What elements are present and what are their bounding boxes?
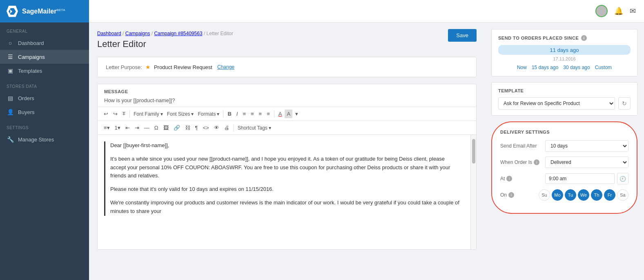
template-select[interactable]: Ask for Review on Specific Product Gener… [498,97,615,110]
sidebar-header: SageMailerBETA [0,0,89,22]
align-right-button[interactable]: ≡ [257,110,264,118]
formats-dropdown[interactable]: Formats ▾ [196,110,221,118]
campaigns-icon: ☰ [7,54,14,60]
editor-line-0: Dear [[buyer-first-name]], [110,141,460,150]
info-icon-order: i [534,159,539,165]
breadcrumb-current: Letter Editor [207,31,233,36]
editor-content[interactable]: Dear [[buyer-first-name]], It's been a w… [98,135,476,249]
day-th[interactable]: Th [591,189,602,201]
when-order-select[interactable]: Delivered Shipped Processing [545,157,628,168]
image-button[interactable]: 🖼 [161,123,171,132]
notifications-icon[interactable]: 🔔 [614,7,623,16]
templates-icon: ▣ [7,67,14,74]
editor-inner: Dear [[buyer-first-name]], It's been a w… [104,141,460,216]
scroll-thumb [472,139,475,164]
template-refresh-button[interactable]: ↻ [618,97,631,110]
shortcut-tags-dropdown[interactable]: Shortcut Tags ▾ [236,124,273,132]
mail-icon[interactable]: ✉ [630,7,636,16]
sidebar-item-label: Templates [18,68,42,74]
indent-right-button[interactable]: ⇥ [133,123,141,132]
breadcrumb-dashboard[interactable]: Dashboard [97,31,121,36]
page-title: Letter Editor [97,39,477,49]
subject-input[interactable] [98,94,476,107]
align-center-button[interactable]: ≡ [249,110,256,118]
list-ordered-button[interactable]: 1▾ [113,123,123,132]
orders-icon: ▤ [7,95,14,101]
editor-scrollbar[interactable] [470,135,476,249]
time-input[interactable] [545,173,615,184]
font-sizes-dropdown[interactable]: Font Sizes ▾ [165,110,196,118]
bold-button[interactable]: B [225,110,233,118]
day-sa[interactable]: Sa [617,189,628,201]
letter-purpose-box: Letter Purpose: ★ Product Review Request… [97,57,477,77]
day-we[interactable]: We [578,189,589,201]
days-links: Now 15 days ago 30 days ago Custom [498,65,631,70]
days-row: Su Mo Tu We Th Fr Sa [539,189,628,201]
sidebar-item-templates[interactable]: ▣ Templates [0,64,89,78]
eye-button[interactable]: 👁 [212,123,221,132]
sidebar: SageMailerBETA GENERAL ○ Dashboard ☰ Cam… [0,0,89,280]
delivery-row-send-after: Send Email After 1 day 3 days 5 days 7 d… [500,140,628,152]
sidebar-item-orders[interactable]: ▤ Orders [0,91,89,105]
sidebar-section-settings: SETTINGS [0,119,89,132]
days-link-15[interactable]: 15 days ago [532,65,558,70]
font-family-dropdown[interactable]: Font Family ▾ [132,110,165,118]
send-after-select[interactable]: 1 day 3 days 5 days 7 days 10 days 14 da… [545,140,628,152]
sidebar-item-buyers[interactable]: 👤 Buyers [0,105,89,119]
unlink-button[interactable]: ⛓ [183,123,192,132]
italic-button[interactable]: I [234,110,240,118]
special-char-button[interactable]: Ω [152,123,160,132]
days-link-custom[interactable]: Custom [595,65,612,70]
link-button[interactable]: 🔗 [172,123,182,132]
toolbar-row2: ≡▾ 1▾ ⇤ ⇥ — Ω 🖼 🔗 ⛓ ¶ <> 👁 🖨 Shortcut Ta… [98,121,476,135]
send-to-orders-box: SEND TO ORDERS PLACED SINCE i 11 days ag… [491,29,637,76]
at-control: 🕘 [545,173,628,184]
day-su[interactable]: Su [539,189,550,201]
days-slider[interactable]: 11 days ago [498,45,631,55]
days-link-now[interactable]: Now [517,65,527,70]
day-tu[interactable]: Tu [565,189,576,201]
save-button[interactable]: Save [448,29,477,42]
hr-button[interactable]: — [142,123,152,132]
dashboard-icon: ○ [7,40,14,46]
font-color-button[interactable]: A [276,110,284,118]
topbar: 🔔 ✉ [89,0,644,22]
sidebar-item-campaigns[interactable]: ☰ Campaigns [0,50,89,64]
template-box: TEMPLATE Ask for Review on Specific Prod… [491,82,637,116]
breadcrumb-campaign[interactable]: Campaign #85409563 [154,31,202,36]
info-icon-on: i [508,192,514,198]
delivery-settings-box: DELIVERY SETTINGS Send Email After 1 day… [491,121,637,214]
sidebar-item-manage-stores[interactable]: 🔧 Manage Stores [0,132,89,146]
print-button[interactable]: 🖨 [222,123,232,132]
indent-left-button[interactable]: ⇤ [123,123,132,132]
list-unordered-button[interactable]: ≡▾ [102,123,112,132]
sidebar-item-dashboard[interactable]: ○ Dashboard [0,36,89,50]
on-control: Su Mo Tu We Th Fr Sa [539,189,628,201]
delivery-settings-title: DELIVERY SETTINGS [500,130,628,134]
days-link-30[interactable]: 30 days ago [563,65,590,70]
align-left-button[interactable]: ≡ [241,110,248,118]
clock-button[interactable]: 🕘 [617,173,628,184]
send-to-orders-title: SEND TO ORDERS PLACED SINCE i [498,35,631,41]
logo-text: SageMailerBETA [22,8,65,15]
message-box: MESSAGE ↩ ↪ T̶ Font Family ▾ Font Sizes … [97,84,477,250]
undo-button[interactable]: ↩ [102,110,110,118]
code-button[interactable]: <> [201,123,211,132]
info-icon-at: i [506,176,512,181]
align-justify-button[interactable]: ≡ [265,110,272,118]
editor-line-2: Please note that it's only valid for 10 … [110,185,460,194]
day-mo[interactable]: Mo [552,189,563,201]
bg-color-button[interactable]: A [285,110,292,118]
send-after-control: 1 day 3 days 5 days 7 days 10 days 14 da… [545,140,628,152]
content-area: Save Dashboard / Campaigns / Campaign #8… [89,22,644,280]
editor-line-3: We're constantly improving our products … [110,199,460,216]
day-fr[interactable]: Fr [604,189,615,201]
breadcrumb-campaigns[interactable]: Campaigns [125,31,150,36]
sidebar-section-general: GENERAL [0,22,89,36]
change-link[interactable]: Change [217,64,234,70]
sidebar-item-label: Orders [18,95,34,101]
more-button[interactable]: ▾ [293,110,300,118]
paragraph-button[interactable]: ¶ [193,123,200,132]
clear-format-button[interactable]: T̶ [120,110,127,118]
redo-button[interactable]: ↪ [111,110,120,118]
